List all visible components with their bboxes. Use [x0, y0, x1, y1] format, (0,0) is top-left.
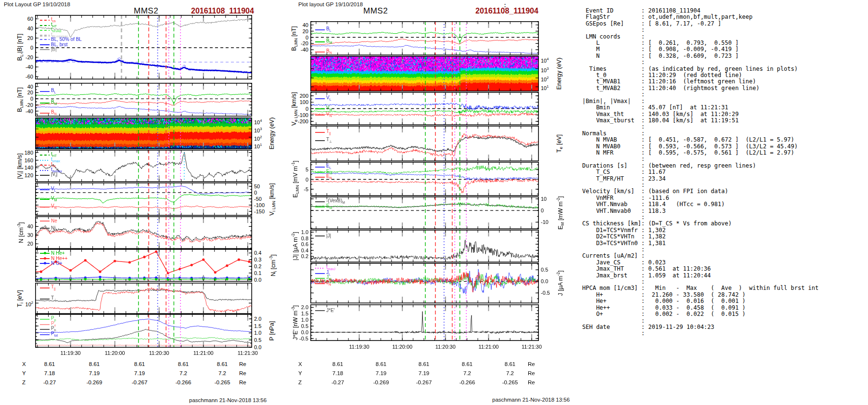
position-unit-middle: Re	[528, 361, 535, 367]
legend-middle-b-lmn: BM	[315, 39, 332, 45]
legend-label: T⊥	[51, 296, 57, 302]
legend-middle-jmag: |J|	[315, 234, 331, 238]
legend-left-vi-lmn: VN	[40, 204, 57, 210]
position-value-middle: -0.265	[491, 379, 529, 385]
position-value-middle: -0.266	[448, 379, 486, 385]
legend-line-swatch	[315, 115, 325, 116]
panel-left-density	[35, 216, 252, 249]
ytick-label-middle-vexb-em: 10	[541, 196, 570, 202]
legend-label: |J|	[326, 234, 331, 238]
legend-label: N He++	[51, 256, 67, 261]
legend-label: N O+	[51, 261, 63, 266]
right-axis-label-vexb-em: EM [mW m-2]	[556, 196, 565, 230]
left-spacecraft-title: MMS2	[134, 6, 158, 16]
right-axis-label-j-lmn: J [µA m-2]	[556, 271, 564, 296]
position-unit-left: Re	[239, 361, 246, 367]
legend-middle-j-lmn: JN	[315, 280, 331, 287]
left-footer-credit: paschmann 21-Nov-2018 13:56	[189, 397, 267, 403]
position-row-label-x-left: X	[22, 361, 26, 367]
legend-marker-dot	[44, 262, 46, 264]
legend-left-vi-lmn: VL	[40, 186, 56, 193]
legend-label: Ptot	[51, 331, 58, 338]
legend-line-swatch	[40, 319, 50, 320]
legend-line-swatch	[40, 221, 50, 222]
y-axis-label-jmag: |J| [µA m-2]	[291, 232, 299, 260]
legend-line-swatch	[40, 44, 50, 45]
legend-line-swatch	[40, 258, 50, 259]
legend-line-swatch	[40, 20, 50, 21]
y-axis-label-b-lmn: BLMN [nT]	[291, 26, 298, 51]
time-tick-label-left: 11:20:30	[140, 350, 179, 356]
time-tick-label-middle: 11:19:30	[340, 344, 379, 350]
ytick-label-left-minor-ion-density: 0.0	[254, 277, 283, 283]
panel-left-bl-bmag	[35, 15, 252, 79]
legend-line-swatch	[315, 52, 325, 52]
legend-label: BN	[326, 49, 332, 55]
position-value-middle: -0.267	[405, 379, 443, 385]
middle-event-id: 20161108_111904	[475, 7, 538, 15]
position-value-middle: 8.61	[491, 361, 529, 367]
legend-line-swatch	[40, 165, 50, 166]
legend-left-bl-bmag: BL, 50% of BL	[40, 37, 82, 42]
legend-label: T⊥	[326, 137, 332, 144]
ytick-label-left-pressure: 0.0	[254, 344, 283, 350]
legend-line-swatch	[40, 228, 50, 229]
event-info-panel: Event ID : 20161108_111904 FlagStr : ot,…	[582, 8, 818, 337]
panel-middle-jmag	[310, 230, 539, 262]
position-value-middle: -0.269	[362, 379, 400, 385]
position-value-left: -0.267	[120, 379, 159, 385]
legend-label: BL	[51, 88, 56, 95]
position-row-label-y-middle: Y	[298, 370, 302, 376]
position-value-middle: 7.19	[405, 370, 443, 376]
legend-left-minor-ion-density: N O+	[40, 261, 63, 266]
legend-middle-te: T⊥	[315, 137, 332, 144]
legend-label: JN	[326, 280, 331, 287]
legend-line-swatch	[315, 140, 325, 141]
legend-label: VL	[326, 95, 331, 102]
position-row-label-z-middle: Z	[298, 379, 302, 385]
legend-middle-ve-lmn: VN	[315, 112, 332, 118]
legend-label: BL	[326, 26, 331, 33]
y-axis-label-vi-mag: |Vi| [km/s]	[16, 153, 24, 179]
ytick-label-middle-j-lmn: 0.5	[541, 267, 570, 273]
position-unit-left: Re	[239, 379, 246, 385]
y-axis-label-e-lmn: ELMN [mV m-1]	[291, 160, 300, 197]
legend-left-b-lmn: BN	[40, 110, 57, 117]
legend-middle-e-lmn: EN	[315, 174, 332, 181]
y-axis-label-b-lmn: BLMN [nT]	[16, 87, 24, 112]
ytick-label-middle-electron-energy-spectrogram: 103	[541, 66, 570, 73]
legend-line-swatch	[40, 170, 50, 171]
position-value-left: 7.18	[30, 370, 69, 376]
legend-left-ti: T⊥	[40, 296, 57, 302]
panel-left-ion-energy-spectrogram	[35, 118, 252, 149]
legend-label: BN	[51, 110, 57, 117]
time-tick-label-middle: 11:21:30	[512, 344, 551, 350]
legend-marker-dot	[44, 257, 46, 260]
ytick-label-middle-vexb-em: 0	[541, 208, 570, 213]
legend-left-b-lmn: BM	[40, 100, 57, 106]
position-value-left: 7.19	[75, 370, 114, 376]
position-value-middle: 8.61	[448, 361, 486, 367]
left-event-id: 20161108_111904	[191, 7, 254, 15]
legend-left-ti: T||	[40, 285, 56, 291]
ytick-label-middle-j-lmn: -0.5	[541, 290, 570, 296]
legend-line-swatch	[40, 253, 50, 254]
legend-line-swatch	[315, 41, 325, 42]
left-plot-layout-header: Plot Layout GP 19/10/2018	[4, 1, 70, 7]
ytick-label-left-bl-bmag: 40	[3, 26, 33, 31]
position-value-left: -0.266	[164, 379, 203, 385]
ytick-label-left-bl-bmag: -40	[3, 64, 33, 70]
middle-plot-layout-header: Plot layout GP 19/10/2018	[298, 1, 363, 7]
panel-left-minor-ion-density	[35, 249, 252, 282]
position-unit-left: Re	[239, 370, 246, 376]
panel-left-ti	[35, 283, 252, 314]
legend-line-swatch	[40, 35, 50, 37]
time-tick-label-middle: 11:21:00	[469, 344, 508, 350]
legend-line-swatch	[40, 175, 50, 176]
ytick-label-middle-j-lmn: 0.0	[541, 278, 570, 284]
legend-line-swatch	[315, 98, 325, 99]
y-axis-label-jdote: J*E' [nW m-3]	[291, 305, 299, 340]
legend-line-swatch	[40, 160, 50, 161]
panel-middle-ve-lmn	[310, 92, 539, 125]
legend-line-swatch	[315, 29, 325, 30]
